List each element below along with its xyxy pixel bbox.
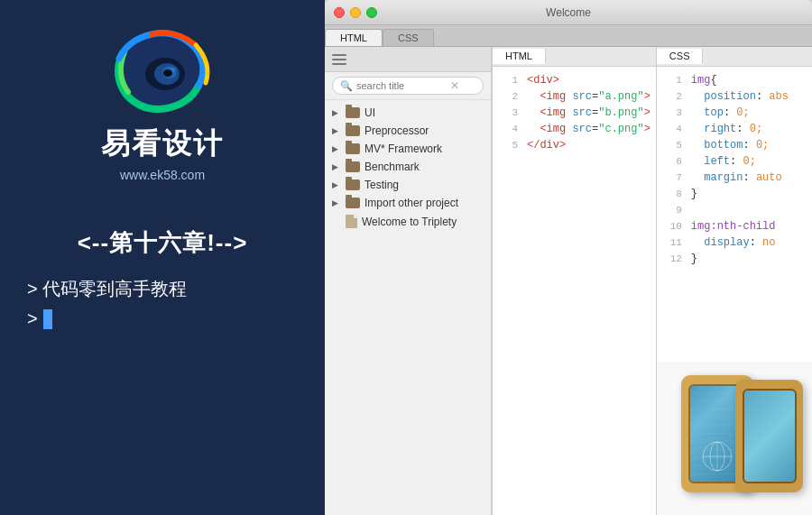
tree-arrow: ▶: [332, 144, 343, 153]
code-line: 5 bottom: 0;: [657, 137, 812, 153]
globe-icon: [699, 438, 735, 474]
tree-label: Preprocessor: [364, 124, 429, 137]
folder-icon: [346, 107, 360, 118]
brand-name: 易看设计: [101, 124, 224, 164]
tree-label: UI: [364, 106, 375, 119]
search-input[interactable]: [356, 80, 447, 91]
folder-icon: [346, 161, 360, 172]
code-line: 11 display: no: [657, 235, 812, 251]
folder-icon: [346, 198, 360, 208]
code-line: 4 <img src="c.png">: [493, 121, 656, 137]
card-screen-2: [743, 389, 797, 483]
app-window: Welcome HTML CSS 🔍 ✕: [325, 0, 812, 515]
file-tree-panel: 🔍 ✕ ▶ UI ▶ Preprocessor ▶: [325, 47, 492, 515]
tree-label: Benchmark: [364, 161, 420, 173]
code-line: 6 left: 0;: [657, 153, 812, 170]
left-panel: 易看设计 www.ek58.com <--第十六章!--> > 代码零到高手教程…: [0, 0, 325, 515]
search-input-wrap: 🔍 ✕: [332, 77, 484, 95]
course-line1: > 代码零到高手教程: [27, 277, 187, 301]
css-code-tab[interactable]: CSS: [657, 49, 704, 64]
code-line: 12 }: [657, 251, 812, 267]
folder-icon: [346, 125, 360, 136]
tab-css[interactable]: CSS: [383, 29, 434, 46]
device-cards: [681, 375, 812, 501]
code-line: 3 top: 0;: [657, 105, 812, 121]
window-title: Welcome: [334, 6, 803, 19]
file-icon: [346, 215, 357, 228]
device-preview-area: [657, 362, 812, 515]
folder-icon: [346, 179, 360, 190]
code-line: 7 margin: auto: [657, 170, 812, 186]
brand-logo: [108, 27, 217, 117]
code-panels: HTML 1 <div> 2 <img src="a.png"> 3 <img …: [492, 47, 812, 515]
code-line: 9: [657, 202, 812, 218]
html-tab-bar: HTML: [493, 47, 656, 67]
code-line: 10 img:nth-child: [657, 218, 812, 235]
tree-item-testing[interactable]: ▶ Testing: [325, 176, 491, 194]
tree-label: MV* Framework: [364, 143, 442, 155]
tree-arrow: ▶: [332, 108, 343, 117]
tree-item-ui[interactable]: ▶ UI: [325, 104, 491, 122]
hamburger-icon[interactable]: [332, 54, 346, 65]
code-line: 3 <img src="b.png">: [493, 105, 656, 121]
card-device-2: [735, 380, 803, 492]
code-line: 2 <img src="a.png">: [493, 88, 656, 105]
tree-arrow: ▶: [332, 180, 343, 189]
cursor: [43, 309, 52, 329]
search-clear-icon[interactable]: ✕: [450, 79, 459, 92]
tree-arrow: ▶: [332, 162, 343, 171]
svg-point-5: [163, 69, 172, 77]
tab-html[interactable]: HTML: [325, 29, 383, 46]
title-bar: Welcome: [325, 0, 812, 25]
tree-item-import[interactable]: ▶ Import other project: [325, 194, 491, 212]
css-tab-bar: CSS: [657, 47, 812, 67]
search-bar: 🔍 ✕: [325, 72, 491, 100]
tree-arrow: ▶: [332, 126, 343, 135]
tree-arrow-spacer: ▶: [332, 217, 343, 226]
css-code-panel: CSS 1 img{ 2 position: abs 3: [657, 47, 812, 362]
hamburger-line: [332, 54, 346, 56]
tree-item-mvframework[interactable]: ▶ MV* Framework: [325, 140, 491, 158]
code-line: 5 </div>: [493, 137, 656, 153]
brand-url: www.ek58.com: [120, 168, 205, 182]
main-content: 🔍 ✕ ▶ UI ▶ Preprocessor ▶: [325, 47, 812, 515]
code-line: 1 img{: [657, 72, 812, 88]
css-code-editor[interactable]: 1 img{ 2 position: abs 3 top: 0; 4: [657, 67, 812, 362]
folder-icon: [346, 143, 360, 154]
tree-item-preprocessor[interactable]: ▶ Preprocessor: [325, 122, 491, 140]
code-line: 4 right: 0;: [657, 121, 812, 137]
code-line: 2 position: abs: [657, 88, 812, 105]
tree-item-welcome[interactable]: ▶ Welcome to Triplety: [325, 212, 491, 231]
top-tab-bar: HTML CSS: [325, 25, 812, 47]
html-code-tab[interactable]: HTML: [493, 49, 546, 64]
code-line: 8 }: [657, 186, 812, 202]
search-icon: 🔍: [340, 80, 353, 92]
logo-area: 易看设计 www.ek58.com: [101, 27, 224, 209]
html-code-panel: HTML 1 <div> 2 <img src="a.png"> 3 <img …: [492, 47, 656, 515]
tree-label: Welcome to Triplety: [362, 216, 457, 228]
code-line: 1 <div>: [493, 72, 656, 88]
html-code-editor[interactable]: 1 <div> 2 <img src="a.png"> 3 <img src="…: [493, 67, 656, 515]
tree-arrow: ▶: [332, 198, 343, 207]
tree-label: Testing: [364, 179, 399, 191]
tree-item-benchmark[interactable]: ▶ Benchmark: [325, 158, 491, 176]
tree-label: Import other project: [364, 197, 458, 209]
course-line2: >: [27, 308, 52, 329]
file-tree-list: ▶ UI ▶ Preprocessor ▶ MV* Framework ▶: [325, 100, 491, 235]
css-panel-wrapper: CSS 1 img{ 2 position: abs 3: [656, 47, 812, 515]
chapter-text: <--第十六章!-->: [78, 227, 248, 259]
hamburger-line: [332, 63, 346, 65]
hamburger-line: [332, 59, 346, 60]
file-tree-header: [325, 47, 491, 72]
